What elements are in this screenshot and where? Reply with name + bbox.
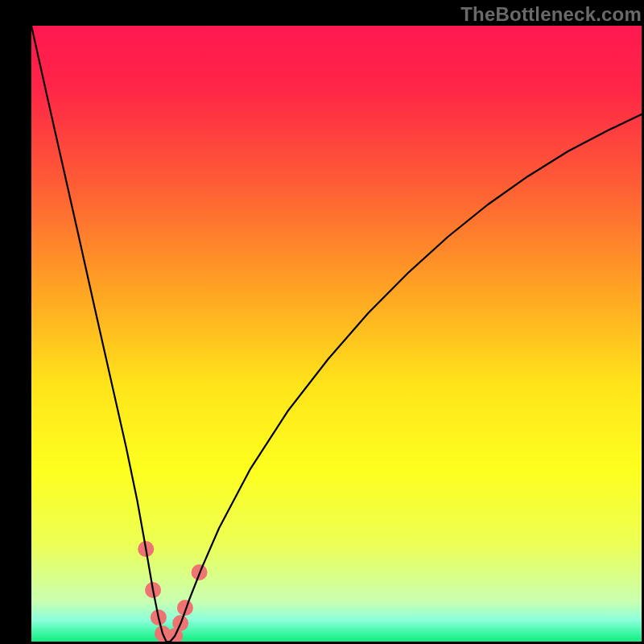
watermark-text: TheBottleneck.com <box>460 3 642 26</box>
image-frame: TheBottleneck.com <box>0 0 644 644</box>
chart-panel <box>31 26 642 642</box>
bottleneck-chart <box>31 26 642 642</box>
chart-background-gradient <box>31 26 642 642</box>
